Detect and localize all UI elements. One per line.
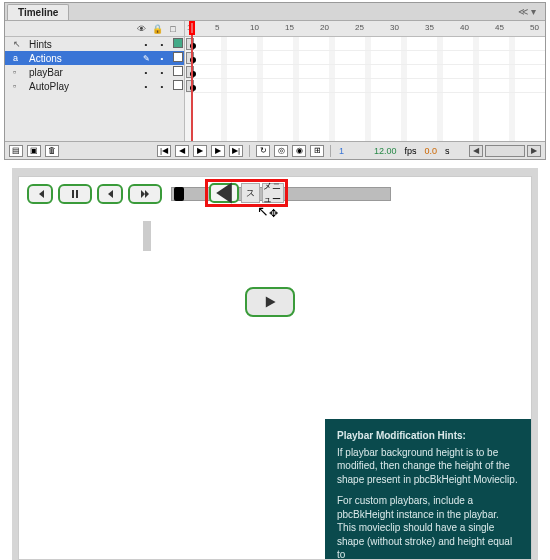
edit-multi-button[interactable]: ⊞ bbox=[310, 145, 324, 157]
layer-name: Hints bbox=[29, 39, 136, 50]
layer-type-icon: ↖ bbox=[13, 39, 25, 49]
panel-tabstrip: Timeline ≪ ▾ bbox=[5, 3, 545, 21]
ruler-mark: 15 bbox=[285, 23, 294, 32]
cursor-arrow-icon: ↖ bbox=[257, 203, 269, 219]
layer-outline-box[interactable] bbox=[172, 52, 184, 64]
frames-area[interactable]: 15101520253035404550 bbox=[185, 21, 545, 141]
step-back-button[interactable]: ◀ bbox=[175, 145, 189, 157]
time-label: s bbox=[443, 146, 452, 156]
ruler-mark: 45 bbox=[495, 23, 504, 32]
layer-outline-box[interactable] bbox=[172, 38, 184, 50]
layer-lock-dot[interactable]: • bbox=[156, 82, 168, 91]
layer-name: playBar bbox=[29, 67, 136, 78]
layer-row[interactable]: ▫ AutoPlay • • bbox=[5, 79, 184, 93]
scroll-right-button[interactable]: ▶ bbox=[527, 145, 541, 157]
hint-p1: If playbar background height is to be mo… bbox=[337, 446, 519, 487]
ruler-mark: 20 bbox=[320, 23, 329, 32]
pause-button[interactable] bbox=[58, 184, 92, 204]
lock-header-icon[interactable]: 🔒 bbox=[152, 24, 162, 34]
selection-highlight: ス メニュー bbox=[205, 179, 288, 207]
layer-name: AutoPlay bbox=[29, 81, 136, 92]
tab-timeline[interactable]: Timeline bbox=[7, 4, 69, 20]
layer-row[interactable]: a Actions ✎ • bbox=[5, 51, 184, 65]
back-button[interactable] bbox=[209, 183, 239, 203]
ruler-mark: 30 bbox=[390, 23, 399, 32]
panel-collapse-icon[interactable]: ≪ bbox=[518, 7, 528, 17]
current-frame: 1 bbox=[337, 146, 346, 156]
frame-row[interactable] bbox=[185, 37, 545, 51]
layer-type-icon: ▫ bbox=[13, 81, 25, 91]
onion-outline-button[interactable]: ◉ bbox=[292, 145, 306, 157]
move-icon: ✥ bbox=[269, 207, 278, 220]
playhead-line bbox=[191, 35, 193, 141]
menu-label[interactable]: メニュー bbox=[262, 183, 284, 203]
layer-lock-dot[interactable]: • bbox=[156, 68, 168, 77]
stage-area: ス メニュー ↖ ✥ Playbar Modification Hints: I… bbox=[12, 168, 538, 560]
svg-rect-1 bbox=[76, 190, 78, 198]
hint-title: Playbar Modification Hints: bbox=[337, 429, 519, 443]
goto-last-button[interactable]: ▶| bbox=[229, 145, 243, 157]
loop-button[interactable]: ↻ bbox=[256, 145, 270, 157]
visibility-header-icon[interactable]: 👁 bbox=[136, 24, 146, 34]
fastfwd-button[interactable] bbox=[128, 184, 162, 204]
back-small-label: ス bbox=[241, 183, 260, 203]
new-layer-button[interactable]: ▤ bbox=[9, 145, 23, 157]
hint-p2: For custom playbars, include a pbcBkHeig… bbox=[337, 494, 519, 560]
layer-outline-box[interactable] bbox=[172, 80, 184, 92]
frame-row[interactable] bbox=[185, 79, 545, 93]
stage-canvas[interactable]: ス メニュー ↖ ✥ Playbar Modification Hints: I… bbox=[18, 176, 532, 560]
layer-row[interactable]: ▫ playBar • • bbox=[5, 65, 184, 79]
layer-vis-dot[interactable]: • bbox=[140, 68, 152, 77]
timeline-footer: ▤ ▣ 🗑 |◀ ◀ ▶ ▶ ▶| ↻ ◎ ◉ ⊞ 1 12.00 fps 0.… bbox=[5, 141, 545, 159]
goto-first-button[interactable]: |◀ bbox=[157, 145, 171, 157]
ruler-mark: 35 bbox=[425, 23, 434, 32]
fps-label: fps bbox=[403, 146, 419, 156]
time-value: 0.0 bbox=[423, 146, 440, 156]
layer-list: 👁 🔒 □ ↖ Hints • • a Actions ✎ • ▫ playBa… bbox=[5, 21, 185, 141]
play-button[interactable]: ▶ bbox=[193, 145, 207, 157]
placeholder-bar bbox=[143, 221, 151, 251]
onion-skin-button[interactable]: ◎ bbox=[274, 145, 288, 157]
fps-value[interactable]: 12.00 bbox=[372, 146, 399, 156]
layer-name: Actions bbox=[29, 53, 136, 64]
ruler-mark: 5 bbox=[215, 23, 219, 32]
layer-vis-dot[interactable]: • bbox=[140, 82, 152, 91]
frame-ruler[interactable]: 15101520253035404550 bbox=[185, 21, 545, 37]
layer-lock-dot[interactable]: • bbox=[156, 40, 168, 49]
new-folder-button[interactable]: ▣ bbox=[27, 145, 41, 157]
ruler-mark: 50 bbox=[530, 23, 539, 32]
center-play-button[interactable] bbox=[245, 287, 295, 317]
step-fwd-button[interactable]: ▶ bbox=[211, 145, 225, 157]
layer-type-icon: ▫ bbox=[13, 67, 25, 77]
rewind-button[interactable] bbox=[27, 184, 53, 204]
layer-outline-box[interactable] bbox=[172, 66, 184, 78]
frame-row[interactable] bbox=[185, 65, 545, 79]
svg-rect-0 bbox=[72, 190, 74, 198]
delete-layer-button[interactable]: 🗑 bbox=[45, 145, 59, 157]
frame-row[interactable] bbox=[185, 51, 545, 65]
layer-vis-dot[interactable]: ✎ bbox=[140, 54, 152, 63]
ruler-mark: 10 bbox=[250, 23, 259, 32]
panel-menu-icon[interactable]: ▾ bbox=[531, 7, 541, 17]
ruler-mark: 40 bbox=[460, 23, 469, 32]
layer-type-icon: a bbox=[13, 53, 25, 63]
hint-panel: Playbar Modification Hints: If playbar b… bbox=[325, 419, 531, 559]
playhead[interactable] bbox=[189, 21, 195, 35]
ruler-mark: 25 bbox=[355, 23, 364, 32]
layer-header: 👁 🔒 □ bbox=[5, 21, 184, 37]
seek-knob[interactable] bbox=[174, 187, 184, 201]
h-scrollbar[interactable] bbox=[485, 145, 525, 157]
layer-row[interactable]: ↖ Hints • • bbox=[5, 37, 184, 51]
layer-lock-dot[interactable]: • bbox=[156, 54, 168, 63]
layer-vis-dot[interactable]: • bbox=[140, 40, 152, 49]
prev-button[interactable] bbox=[97, 184, 123, 204]
outline-header-icon[interactable]: □ bbox=[168, 24, 178, 34]
timeline-panel: Timeline ≪ ▾ 👁 🔒 □ ↖ Hints • • a Actions… bbox=[4, 2, 546, 160]
scroll-left-button[interactable]: ◀ bbox=[469, 145, 483, 157]
